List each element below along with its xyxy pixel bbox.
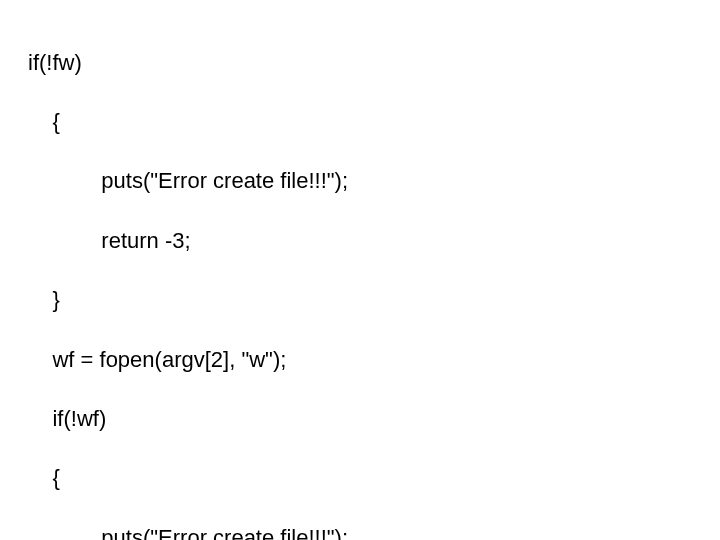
code-line: return -3; [28,226,720,256]
code-line: { [28,107,720,137]
code-block: if(!fw) { puts("Error create file!!!"); … [0,0,720,540]
code-line: wf = fopen(argv[2], "w"); [28,345,720,375]
code-line: if(!fw) [28,48,720,78]
code-line: puts("Error create file!!!"); [28,166,720,196]
code-line: } [28,285,720,315]
code-line: { [28,463,720,493]
code-line: if(!wf) [28,404,720,434]
code-line: puts("Error create file!!!"); [28,523,720,540]
